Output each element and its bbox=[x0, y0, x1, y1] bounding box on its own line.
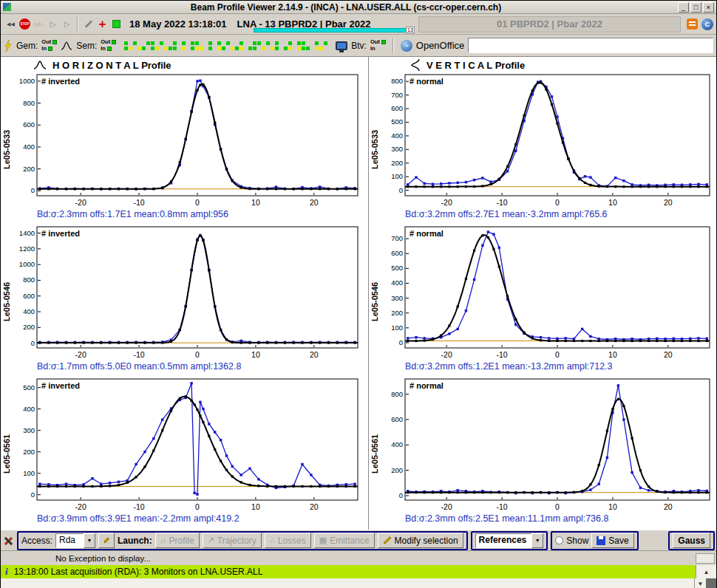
chart-block-v-0546: Le05-0546 0100200300400500600700-20-1001… bbox=[369, 225, 716, 377]
modify-selection-button[interactable]: Modify selection bbox=[378, 533, 463, 548]
svg-text:10: 10 bbox=[251, 350, 260, 359]
app-icon bbox=[3, 3, 11, 11]
edit-button[interactable] bbox=[98, 533, 115, 548]
status-led bbox=[257, 41, 261, 45]
svg-text:400: 400 bbox=[23, 143, 35, 151]
btv-screen-icon bbox=[336, 41, 347, 50]
svg-text:-10: -10 bbox=[496, 502, 507, 511]
status-led bbox=[231, 47, 234, 50]
chart-block-v-0561: Le05-0561 0200400600800-20-1001020# norm… bbox=[369, 377, 716, 530]
svg-text:200: 200 bbox=[391, 309, 403, 317]
launch-losses-button[interactable]: ∴Losses bbox=[265, 533, 311, 548]
svg-text:200: 200 bbox=[391, 466, 403, 474]
status-led bbox=[284, 47, 288, 50]
log-scroll-down[interactable]: ▼ bbox=[694, 578, 706, 588]
launch-label: Launch: bbox=[118, 536, 152, 546]
svg-text:# inverted: # inverted bbox=[41, 381, 80, 390]
references-combo[interactable]: References ▼ bbox=[475, 533, 544, 548]
status-led bbox=[195, 41, 199, 45]
launch-profile-button[interactable]: ∩Profile bbox=[155, 533, 200, 548]
svg-text:20: 20 bbox=[664, 198, 673, 207]
red-cross-icon[interactable]: + bbox=[95, 17, 109, 32]
show-radio[interactable]: Show bbox=[555, 536, 588, 546]
openoffice-label[interactable]: OpenOffice bbox=[416, 40, 465, 51]
chart-block-h-0546: Le05-0546 0200400600800100012001400-20-1… bbox=[1, 225, 368, 377]
status-led bbox=[173, 41, 177, 45]
monitor-name-label: Le05-0533 bbox=[369, 73, 380, 225]
tools-icon[interactable] bbox=[2, 535, 14, 547]
svg-text:-10: -10 bbox=[133, 350, 144, 359]
svg-text:0: 0 bbox=[31, 339, 35, 347]
status-led bbox=[284, 41, 288, 45]
horizontal-peak-icon bbox=[33, 60, 47, 70]
svg-text:0: 0 bbox=[399, 338, 403, 346]
status-led bbox=[213, 41, 217, 45]
svg-text:-20: -20 bbox=[441, 350, 452, 359]
log-scroll-up[interactable]: ▲ bbox=[696, 565, 716, 578]
status-led bbox=[137, 47, 141, 50]
status-led bbox=[217, 41, 221, 45]
launch-emittance-button[interactable]: ▦Emittance bbox=[314, 533, 375, 548]
status-led bbox=[217, 47, 221, 50]
vertical-profiles-column: V E R T I C A L Profile Le05-0533 010020… bbox=[368, 57, 716, 530]
svg-text:600: 600 bbox=[391, 104, 403, 112]
resize-grip[interactable] bbox=[706, 578, 716, 588]
chart-block-h-0533: Le05-0533 02004006008001000-20-1001020# … bbox=[1, 73, 368, 225]
status-led bbox=[310, 41, 314, 45]
elogbook-icon[interactable] bbox=[687, 18, 698, 30]
svg-text:800: 800 bbox=[23, 99, 35, 107]
openoffice-logo-icon[interactable]: ~ bbox=[401, 40, 412, 52]
minimize-button[interactable]: _ bbox=[678, 2, 689, 13]
profiles-area: H O R I Z O N T A L Profile Le05-0533 02… bbox=[1, 57, 716, 530]
stop-button[interactable]: STOP bbox=[18, 17, 32, 32]
status-led bbox=[297, 41, 301, 45]
rewind-icon[interactable]: ◀◀ bbox=[4, 17, 18, 32]
svg-text:1000: 1000 bbox=[19, 260, 35, 268]
status-led bbox=[324, 47, 327, 50]
svg-text:0: 0 bbox=[555, 198, 560, 207]
svg-text:20: 20 bbox=[664, 502, 673, 511]
svg-text:0: 0 bbox=[195, 350, 200, 359]
monitor-name-label: Le05-0533 bbox=[1, 73, 12, 225]
pencil-icon bbox=[103, 538, 109, 544]
save-button[interactable]: Save bbox=[591, 533, 633, 548]
acquisition-toolbar: ◀◀ STOP ▷▷ ▷ ▷ + 18 May 2022 13:18:01 LN… bbox=[1, 14, 716, 35]
gem-out-label: Out bbox=[41, 39, 51, 45]
status-led bbox=[315, 47, 319, 50]
status-led bbox=[253, 47, 256, 50]
status-led bbox=[222, 47, 225, 50]
btv-out-led bbox=[381, 40, 386, 44]
chevron-down-icon[interactable]: ▼ bbox=[84, 533, 95, 548]
window-title: Beam Profile Viewer 2.14.9 - (INCA) - LN… bbox=[14, 2, 678, 13]
status-led bbox=[204, 47, 208, 50]
chart-block-h-0561: Le05-0561 0100200300400500-20-1001020# i… bbox=[1, 377, 368, 530]
status-led bbox=[306, 41, 310, 45]
comment-input[interactable] bbox=[468, 38, 713, 53]
profile-plot: 02004006008001000-20-1001020# inverted bbox=[12, 73, 362, 208]
pencil-icon bbox=[383, 536, 391, 544]
svg-text:800: 800 bbox=[391, 390, 403, 398]
access-combo[interactable]: Rda ▼ bbox=[55, 533, 95, 548]
fast-forward-icon[interactable]: ▷▷ bbox=[32, 17, 46, 32]
cern-logo-icon[interactable]: C bbox=[701, 18, 713, 30]
status-scroll-box[interactable] bbox=[696, 553, 715, 564]
vertical-peak-icon bbox=[410, 58, 421, 72]
close-button[interactable]: × bbox=[703, 2, 714, 13]
pen-tool-icon[interactable] bbox=[81, 17, 95, 32]
status-led bbox=[279, 41, 283, 45]
svg-text:100: 100 bbox=[391, 324, 403, 332]
gauss-button[interactable]: Gauss bbox=[673, 533, 710, 548]
title-bar: Beam Profile Viewer 2.14.9 - (INCA) - LN… bbox=[1, 1, 716, 14]
status-led bbox=[288, 47, 292, 50]
svg-text:300: 300 bbox=[391, 294, 403, 302]
bottom-strip: ▼ bbox=[1, 578, 716, 588]
svg-text:-20: -20 bbox=[75, 502, 86, 511]
status-led bbox=[293, 41, 296, 45]
play-icon[interactable]: ▷ bbox=[46, 17, 60, 32]
status-led bbox=[222, 41, 225, 45]
launch-trajectory-button[interactable]: ↗Trajectory bbox=[203, 533, 262, 548]
play-once-icon[interactable]: ▷ bbox=[60, 17, 74, 32]
chevron-down-icon[interactable]: ▼ bbox=[531, 533, 543, 548]
maximize-button[interactable]: □ bbox=[690, 2, 701, 13]
status-led bbox=[297, 47, 301, 50]
